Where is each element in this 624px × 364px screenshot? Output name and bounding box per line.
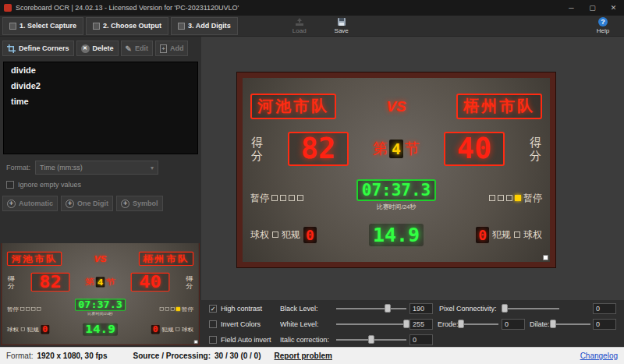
left-panel: Define Corners ✕ Delete ✎ Edit + Add div…: [0, 37, 201, 347]
crop-icon: [7, 44, 16, 53]
period-display: 第 4 节: [373, 139, 420, 159]
home-fouls-value: 0: [41, 325, 49, 334]
home-pause-label: 暂停: [7, 306, 19, 313]
white-level-value: 255: [410, 319, 433, 330]
home-fouls-value: 0: [303, 227, 317, 243]
region-handle[interactable]: [543, 255, 548, 260]
home-fouls-group: 球权 犯规 0: [7, 325, 49, 334]
load-button[interactable]: Load: [283, 16, 316, 36]
chevron-down-icon: ▾: [151, 164, 154, 171]
score-row: 得分 82 第 4 节 40 得分: [250, 132, 542, 166]
invert-colors-checkbox[interactable]: [209, 320, 217, 328]
away-score-label: 得分: [529, 136, 542, 163]
period-prefix: 第: [373, 139, 388, 159]
away-possession-label: 球权: [182, 326, 193, 333]
home-team-name: 河池市队: [7, 252, 62, 266]
home-score: 82: [31, 273, 70, 292]
save-button[interactable]: Save: [325, 16, 358, 36]
format-dropdown[interactable]: Time (mm:ss) ▾: [35, 161, 158, 175]
region-handle[interactable]: [194, 341, 197, 344]
game-clock: 07:37.3: [75, 299, 126, 310]
add-button[interactable]: + Add: [155, 41, 189, 56]
italic-correction-slider[interactable]: [336, 334, 406, 345]
add-digits-button[interactable]: 3. Add Digits: [171, 17, 238, 35]
symbol-button[interactable]: + Symbol: [116, 196, 163, 211]
list-item[interactable]: time: [4, 94, 197, 109]
add-icon: +: [160, 44, 167, 53]
minimize-button[interactable]: ─: [561, 0, 582, 16]
period-suffix: 节: [106, 277, 115, 288]
game-clock: 07:37.3: [356, 179, 437, 201]
choose-output-button[interactable]: 2. Choose Output: [86, 17, 168, 35]
timeout-indicator: [297, 195, 303, 201]
plus-icon: +: [7, 200, 16, 208]
erode-value: 0: [502, 319, 525, 330]
titlebar: Scoreboard OCR | 24.02.13 - Licensed Ver…: [0, 0, 624, 16]
timeout-indicator: [498, 195, 504, 201]
app-window: Scoreboard OCR | 24.02.13 - Licensed Ver…: [0, 0, 624, 364]
away-pause-label: 暂停: [523, 192, 542, 205]
game-clock-group: 07:37.3 比赛时间/24秒: [75, 299, 126, 316]
automatic-button[interactable]: + Automatic: [2, 196, 58, 211]
pixel-connectivity-value: 0: [593, 303, 616, 314]
plus-icon: +: [66, 200, 74, 208]
team-row: 河池市队 VS 梧州市队: [7, 252, 193, 266]
delete-button[interactable]: ✕ Delete: [76, 41, 119, 56]
plus-icon: +: [121, 200, 129, 208]
vs-label: VS: [94, 254, 106, 263]
away-score: 40: [444, 132, 505, 166]
home-score-label: 得分: [7, 275, 16, 290]
edit-button[interactable]: ✎ Edit: [121, 41, 153, 56]
maximize-button[interactable]: ▢: [582, 0, 603, 16]
processing-controls: ✓ High contrast Black Level: 190 Pixel C…: [201, 300, 624, 347]
away-score-label: 得分: [185, 275, 193, 290]
timeout-indicator-lit: [176, 307, 180, 310]
report-problem-link[interactable]: Report problem: [275, 352, 332, 360]
away-fouls-label: 犯规: [492, 228, 511, 242]
away-timeouts: 暂停: [160, 306, 194, 313]
score-row: 得分 82 第 4 节 40 得分: [7, 273, 193, 292]
ignore-empty-checkbox[interactable]: [6, 181, 14, 189]
high-contrast-label: High contrast: [221, 305, 280, 313]
controls-row-1: ✓ High contrast Black Level: 190 Pixel C…: [201, 301, 624, 316]
home-score: 82: [288, 132, 349, 166]
home-possession-label: 球权: [250, 228, 269, 242]
dilate-slider[interactable]: [553, 319, 590, 330]
erode-slider[interactable]: [461, 319, 498, 330]
timeout-indicator: [280, 195, 286, 201]
region-list[interactable]: divide divide2 time: [3, 62, 198, 154]
one-digit-button[interactable]: + One Digit: [61, 196, 113, 211]
high-contrast-checkbox[interactable]: ✓: [209, 305, 217, 313]
status-format-label: Format:: [6, 352, 33, 360]
list-item[interactable]: divide2: [4, 78, 197, 94]
home-score-label: 得分: [250, 136, 264, 163]
white-level-label: White Level:: [280, 320, 336, 328]
capture-icon: [9, 23, 16, 30]
clock-caption: 比赛时间/24秒: [87, 312, 113, 316]
close-button[interactable]: ✕: [603, 0, 624, 16]
timeout-indicator: [271, 195, 278, 201]
load-icon: [295, 17, 304, 27]
pixel-connectivity-label: Pixel Connectivity:: [439, 305, 505, 313]
pixel-connectivity-slider[interactable]: [505, 303, 559, 314]
list-item[interactable]: divide: [4, 62, 197, 78]
window-title: Scoreboard OCR | 24.02.13 - Licensed Ver…: [16, 4, 239, 12]
changelog-link[interactable]: Changelog: [580, 352, 618, 360]
define-corners-button[interactable]: Define Corners: [2, 41, 74, 56]
field-auto-invert-checkbox[interactable]: [209, 336, 217, 344]
home-possession-label: 球权: [7, 326, 19, 333]
scoreboard-photo[interactable]: 河池市队 VS 梧州市队 得分 82 第 4 节 40 得分: [1, 243, 200, 345]
black-level-slider[interactable]: [336, 303, 406, 314]
period-prefix: 第: [85, 277, 94, 288]
status-source-label: Source / Processing:: [133, 352, 211, 360]
scoreboard-photo[interactable]: 河池市队 VS 梧州市队 得分 82 第 4 节 40 得分: [237, 72, 555, 267]
possession-indicator: [176, 327, 179, 330]
window-controls: ─ ▢ ✕: [561, 0, 624, 16]
period-number: 4: [389, 140, 403, 158]
format-label: Format:: [6, 164, 30, 171]
help-button[interactable]: ? Help: [587, 16, 619, 36]
select-capture-button[interactable]: 1. Select Capture: [2, 17, 83, 35]
save-icon: [337, 17, 346, 27]
app-icon: [4, 4, 12, 12]
white-level-slider[interactable]: [336, 319, 406, 330]
